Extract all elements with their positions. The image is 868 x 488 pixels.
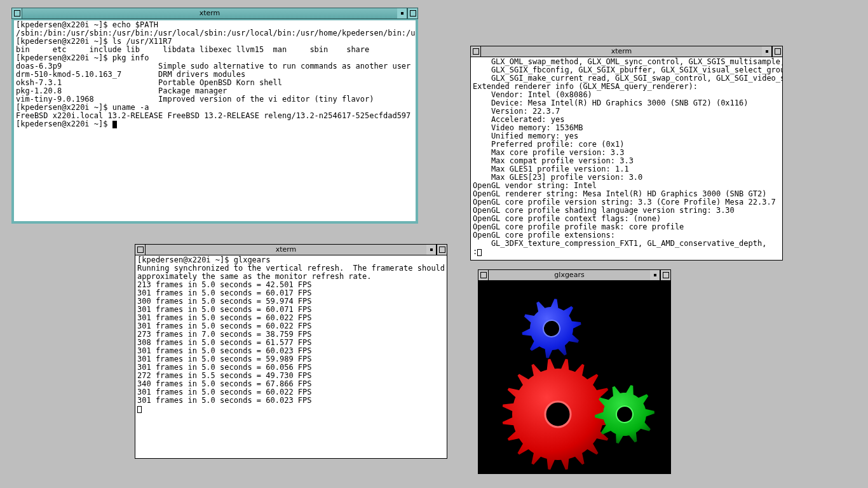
xterm-window-3[interactable]: xterm GLX_OML_swap_method, GLX_OML_sync_… bbox=[470, 46, 783, 261]
iconify-button[interactable] bbox=[397, 8, 407, 18]
glxgears-window[interactable]: glxgears bbox=[478, 269, 671, 474]
window-title: xterm bbox=[146, 245, 426, 255]
window-menu-icon[interactable] bbox=[135, 245, 146, 255]
titlebar[interactable]: xterm bbox=[135, 244, 447, 255]
terminal-output[interactable]: [kpedersen@x220i ~]$ echo $PATH /sbin:/b… bbox=[11, 19, 418, 224]
window-menu-icon[interactable] bbox=[12, 8, 22, 18]
glxgears-canvas bbox=[478, 281, 671, 474]
iconify-button[interactable] bbox=[426, 245, 437, 255]
maximize-button[interactable] bbox=[772, 46, 782, 57]
titlebar[interactable]: xterm bbox=[470, 46, 783, 57]
terminal-output[interactable]: [kpedersen@x220i ~]$ glxgears Running sy… bbox=[135, 255, 447, 459]
window-menu-icon[interactable] bbox=[478, 270, 489, 280]
titlebar[interactable]: xterm bbox=[11, 8, 418, 19]
maximize-button[interactable] bbox=[407, 8, 417, 18]
window-title: glxgears bbox=[489, 270, 650, 280]
maximize-button[interactable] bbox=[660, 270, 670, 280]
window-title: xterm bbox=[481, 46, 762, 57]
iconify-button[interactable] bbox=[650, 270, 660, 280]
window-title: xterm bbox=[22, 8, 397, 18]
titlebar[interactable]: glxgears bbox=[478, 269, 671, 281]
xterm-window-1[interactable]: xterm [kpedersen@x220i ~]$ echo $PATH /s… bbox=[11, 8, 418, 224]
maximize-button[interactable] bbox=[437, 245, 447, 255]
iconify-button[interactable] bbox=[762, 46, 772, 57]
window-menu-icon[interactable] bbox=[471, 46, 481, 57]
terminal-output[interactable]: GLX_OML_swap_method, GLX_OML_sync_contro… bbox=[470, 57, 783, 261]
xterm-window-2[interactable]: xterm [kpedersen@x220i ~]$ glxgears Runn… bbox=[135, 244, 447, 459]
